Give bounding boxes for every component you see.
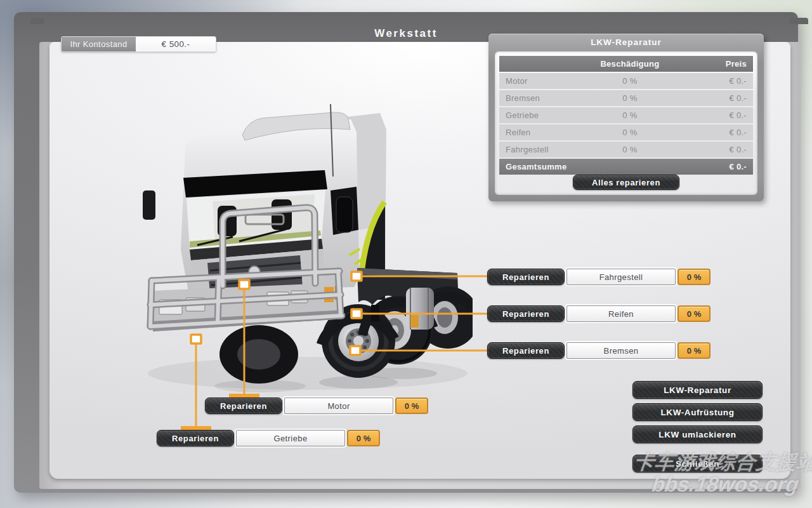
repair-button-motor[interactable]: Reparieren xyxy=(205,398,282,414)
damage-badge-reifen: 0 % xyxy=(678,305,710,322)
werkstatt-screen: Werkstatt Ihr Kontostand € 500.- xyxy=(0,0,812,508)
row-part: Motor xyxy=(499,76,593,86)
row-damage: 0 % xyxy=(593,128,667,137)
repair-summary-panel: LKW-Reparatur Beschädigung Preis Motor 0… xyxy=(488,34,764,201)
repair-button-bremsen[interactable]: Reparieren xyxy=(487,342,565,359)
table-row: Reifen 0 % € 0.- xyxy=(499,124,753,140)
row-price: € 0.- xyxy=(667,93,753,103)
row-part: Getriebe xyxy=(499,110,593,120)
damage-badge-motor: 0 % xyxy=(395,398,428,414)
part-marker-motor[interactable] xyxy=(239,280,249,289)
part-label-fahrgestell: Fahrgestell xyxy=(566,269,676,285)
part-label-getriebe: Getriebe xyxy=(236,430,345,446)
part-marker-fahrgestell[interactable] xyxy=(351,272,362,281)
row-damage: 0 % xyxy=(593,76,667,86)
nav-lkw-umlackieren-button[interactable]: LKW umlackieren xyxy=(632,425,763,443)
part-control-fahrgestell: Reparieren Fahrgestell 0 % xyxy=(487,269,710,285)
frame-tab-right xyxy=(789,18,808,24)
part-control-getriebe: Reparieren Getriebe 0 % xyxy=(157,430,380,446)
part-label-reifen: Reifen xyxy=(566,305,676,322)
damage-badge-bremsen: 0 % xyxy=(678,342,710,359)
table-header: Beschädigung Preis xyxy=(499,56,753,72)
table-total-row: Gesamtsumme € 0.- xyxy=(499,159,753,175)
table-row: Getriebe 0 % € 0.- xyxy=(499,107,753,123)
frame-tab-left xyxy=(30,18,44,24)
part-label-motor: Motor xyxy=(284,398,393,414)
repair-panel-body: Beschädigung Preis Motor 0 % € 0.- Brems… xyxy=(495,51,757,195)
damage-badge-getriebe: 0 % xyxy=(347,430,380,446)
row-part: Reifen xyxy=(499,128,593,137)
damage-table: Beschädigung Preis Motor 0 % € 0.- Brems… xyxy=(499,56,753,176)
table-row: Fahrgestell 0 % € 0.- xyxy=(499,142,753,157)
nav-lkw-reparatur-button[interactable]: LKW-Reparatur xyxy=(632,381,763,399)
part-marker-getriebe[interactable] xyxy=(191,335,201,344)
truck-image xyxy=(136,95,473,394)
row-price: € 0.- xyxy=(667,76,753,86)
header-price: Preis xyxy=(667,59,753,69)
row-price: € 0.- xyxy=(667,145,753,154)
table-row: Motor 0 % € 0.- xyxy=(499,73,753,89)
close-button[interactable]: Schließen xyxy=(632,455,763,472)
row-damage: 0 % xyxy=(593,93,667,103)
header-damage: Beschädigung xyxy=(593,59,667,69)
total-price: € 0.- xyxy=(667,162,753,171)
part-control-motor: Reparieren Motor 0 % xyxy=(205,398,428,414)
nav-lkw-aufruestung-button[interactable]: LKW-Aufrüstung xyxy=(632,403,763,421)
damage-badge-fahrgestell: 0 % xyxy=(678,269,710,285)
repair-button-getriebe[interactable]: Reparieren xyxy=(157,430,234,446)
page-title: Werkstatt xyxy=(14,27,798,40)
row-damage: 0 % xyxy=(593,110,667,120)
total-label: Gesamtsumme xyxy=(499,162,593,171)
repair-button-fahrgestell[interactable]: Reparieren xyxy=(487,269,565,285)
row-price: € 0.- xyxy=(667,128,753,137)
repair-button-reifen[interactable]: Reparieren xyxy=(487,305,565,322)
part-label-bremsen: Bremsen xyxy=(566,342,676,359)
part-marker-reifen[interactable] xyxy=(351,309,362,318)
repair-all-button[interactable]: Alles reparieren xyxy=(573,175,679,190)
row-part: Bremsen xyxy=(499,93,593,103)
row-damage: 0 % xyxy=(593,145,667,154)
table-row: Bremsen 0 % € 0.- xyxy=(499,90,753,106)
part-control-bremsen: Reparieren Bremsen 0 % xyxy=(487,342,710,359)
row-price: € 0.- xyxy=(667,110,753,120)
part-control-reifen: Reparieren Reifen 0 % xyxy=(487,305,710,322)
row-part: Fahrgestell xyxy=(499,145,593,154)
part-marker-bremsen[interactable] xyxy=(350,346,360,355)
